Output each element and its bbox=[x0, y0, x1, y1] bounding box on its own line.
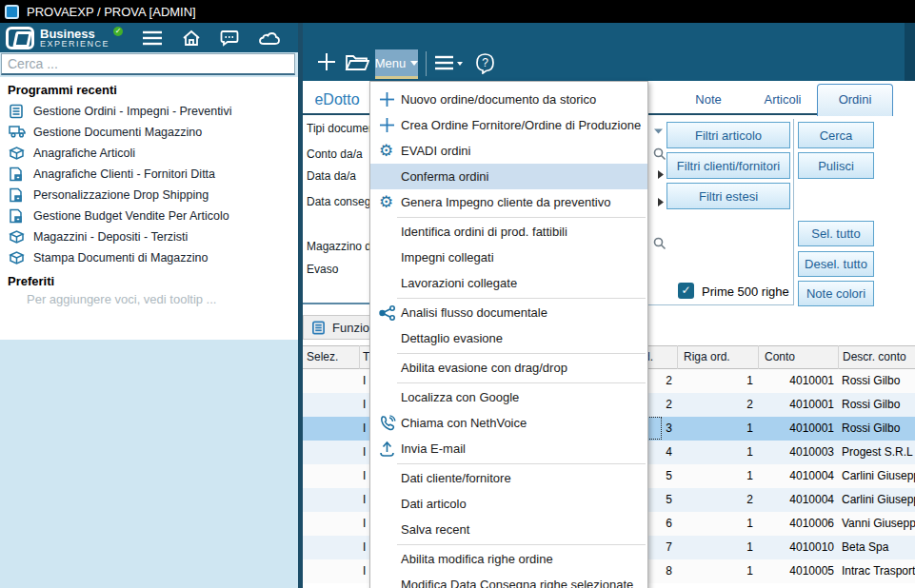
cell-tipo: I bbox=[363, 493, 366, 506]
cell-descr-conto: Carlini Giuseppe bbox=[842, 469, 915, 482]
menu-item-label: Crea Ordine Fornitore/Ordine di Produzio… bbox=[401, 118, 641, 132]
menu-item-label: Abilita evasione con drag/drop bbox=[401, 361, 567, 375]
menu-separator bbox=[397, 382, 646, 383]
cell-descr-conto: Carlini Giuseppe bbox=[842, 493, 915, 506]
label-magazzino-da: Magazzino da bbox=[307, 240, 373, 253]
arrow-right-icon[interactable] bbox=[657, 197, 665, 207]
tab-ordini[interactable]: Ordini bbox=[817, 84, 893, 116]
menu-item-dati-cliente[interactable]: Dati cliente/fornitore bbox=[370, 465, 647, 491]
chat-icon[interactable] bbox=[220, 29, 239, 47]
new-document-icon[interactable] bbox=[314, 49, 339, 74]
cell-descr-conto: Progest S.R.L bbox=[842, 445, 913, 459]
cell-conto: 4010003 bbox=[762, 445, 834, 459]
menu-item-impegni-collegati[interactable]: Impegni collegati bbox=[370, 245, 647, 270]
search-icon[interactable] bbox=[653, 237, 666, 250]
open-folder-icon[interactable] bbox=[345, 53, 369, 72]
col-header-descr-conto[interactable]: Descr. conto bbox=[843, 350, 906, 363]
cloud-icon[interactable] bbox=[258, 30, 281, 46]
menu-item-dettaglio-evasione[interactable]: Dettaglio evasione bbox=[370, 325, 647, 351]
prime-500-checkbox[interactable]: ✓ bbox=[678, 283, 694, 299]
favorites-header: Preferiti bbox=[0, 268, 298, 292]
doc-icon bbox=[9, 167, 26, 182]
menu-item-crea-ordine-fornitore[interactable]: Crea Ordine Fornitore/Ordine di Produzio… bbox=[370, 112, 647, 138]
menu-item-label: Localizza con Google bbox=[401, 390, 519, 404]
cell-conto: 4010006 bbox=[762, 517, 834, 530]
menu-item-modifica-data-consegna[interactable]: Modifica Data Consegna righe selezionate bbox=[370, 572, 647, 588]
sidebar-item-documenti-magazzino[interactable]: Gestione Documenti Magazzino bbox=[0, 122, 298, 143]
menu-item-label: Dati cliente/fornitore bbox=[401, 471, 511, 485]
menu-item-label: Dati articolo bbox=[401, 497, 467, 511]
home-icon[interactable] bbox=[182, 29, 201, 47]
panel-separator bbox=[648, 304, 793, 305]
menu-separator bbox=[397, 298, 646, 299]
hamburger-icon[interactable] bbox=[142, 30, 163, 46]
menu-item-dati-articolo[interactable]: Dati articolo bbox=[370, 491, 647, 517]
cell-tipo: I bbox=[363, 374, 366, 387]
cell-conto: 4010010 bbox=[762, 540, 834, 554]
cerca-button[interactable]: Cerca bbox=[798, 122, 874, 148]
menu-item-identifica-ordini[interactable]: Identifica ordini di prod. fattibili bbox=[370, 219, 647, 245]
menu-item-invia-email[interactable]: Invia E-mail bbox=[370, 436, 647, 461]
chevron-down-icon bbox=[410, 61, 418, 66]
sidebar-item-anagrafiche-clienti[interactable]: Anagrafiche Clienti - Fornitori Ditta bbox=[0, 164, 298, 185]
tab-edotto[interactable]: eDotto bbox=[307, 88, 368, 112]
menu-item-evadi-ordini[interactable]: ⚙ EVADI ordini bbox=[370, 138, 647, 164]
list-icon bbox=[311, 321, 326, 335]
menu-item-analisi-flusso[interactable]: Analisi flusso documentale bbox=[370, 300, 647, 325]
note-colori-button[interactable]: Note colori bbox=[798, 281, 874, 306]
sidebar-item-label: Personalizzazione Drop Shipping bbox=[33, 188, 209, 202]
sidebar-item-anagrafiche-articoli[interactable]: Anagrafiche Articoli bbox=[0, 143, 298, 164]
toolbar-separator bbox=[426, 51, 427, 76]
col-header-riga-ordine[interactable]: Riga ord. bbox=[684, 350, 730, 363]
sidebar-item-budget-vendite[interactable]: Gestione Budget Vendite Per Articolo bbox=[0, 206, 298, 226]
cell-tipo: I bbox=[363, 469, 366, 482]
filtri-clienti-fornitori-button[interactable]: Filtri clienti/fornitori bbox=[666, 152, 790, 179]
sel-tutto-button[interactable]: Sel. tutto bbox=[798, 221, 874, 246]
cell-conto: 4010004 bbox=[762, 469, 834, 482]
menu-item-localizza-google[interactable]: Localizza con Google bbox=[370, 384, 647, 410]
search-icon[interactable] bbox=[653, 147, 666, 161]
tab-articoli[interactable]: Articoli bbox=[750, 88, 815, 112]
desel-tutto-button[interactable]: Desel. tutto bbox=[798, 251, 874, 277]
chevron-down-icon[interactable] bbox=[653, 127, 664, 135]
sidebar-item-gestione-ordini[interactable]: Gestione Ordini - Impegni - Preventivi bbox=[0, 101, 298, 122]
cell-tipo: I bbox=[363, 445, 366, 459]
toolbar-edge bbox=[905, 23, 915, 81]
cell-riga-ordine: 1 bbox=[681, 445, 753, 459]
sidebar-item-drop-shipping[interactable]: Personalizzazione Drop Shipping bbox=[0, 185, 298, 206]
brand-logo-icon bbox=[6, 27, 34, 49]
menu-item-label: EVADI ordini bbox=[401, 144, 470, 158]
menu-item-nuovo-ordine[interactable]: Nuovo ordine/documento da storico bbox=[370, 87, 647, 112]
search-input[interactable] bbox=[1, 53, 295, 75]
menu-item-label: Abilita modifica righe ordine bbox=[401, 552, 553, 566]
status-online-icon: ✓ bbox=[113, 27, 123, 36]
arrow-right-icon[interactable] bbox=[657, 169, 665, 180]
col-header-conto[interactable]: Conto bbox=[765, 350, 795, 363]
menu-item-abilita-evasione[interactable]: Abilita evasione con drag/drop bbox=[370, 355, 647, 381]
menu-item-label: Lavorazioni collegate bbox=[401, 276, 517, 290]
cell-conto: 4010001 bbox=[762, 398, 834, 411]
tab-note[interactable]: Note bbox=[666, 88, 750, 112]
menu-item-salva-recent[interactable]: Salva recent bbox=[370, 517, 647, 542]
menu-item-conferma-ordini[interactable]: Conferma ordini bbox=[370, 164, 647, 189]
doc-icon bbox=[9, 208, 26, 224]
app-logo-icon bbox=[5, 5, 19, 19]
sidebar-item-label: Gestione Ordini - Impegni - Preventivi bbox=[33, 105, 231, 118]
svg-text:?: ? bbox=[482, 56, 488, 69]
sidebar-item-stampa-documenti[interactable]: Stampa Documenti di Magazzino bbox=[0, 247, 298, 268]
filtri-estesi-button[interactable]: Filtri estesi bbox=[666, 183, 790, 209]
brand-name-top: Business bbox=[40, 28, 109, 40]
col-header-selez[interactable]: Selez. bbox=[307, 350, 338, 363]
menu-item-lavorazioni-collegate[interactable]: Lavorazioni collegate bbox=[370, 270, 647, 296]
menu-item-genera-impegno[interactable]: ⚙ Genera Impegno cliente da preventivo bbox=[370, 189, 647, 215]
list-icon bbox=[9, 104, 26, 119]
menu-item-abilita-modifica-righe[interactable]: Abilita modifica righe ordine bbox=[370, 546, 647, 572]
recent-programs-header: Programmi recenti bbox=[0, 77, 298, 101]
list-options-icon[interactable] bbox=[434, 54, 463, 71]
menu-item-chiama-nethvoice[interactable]: Chiama con NethVoice bbox=[370, 410, 647, 436]
sidebar-item-magazzini-depositi[interactable]: Magazzini - Depositi - Terzisti bbox=[0, 226, 298, 247]
help-icon[interactable]: ? bbox=[474, 52, 496, 74]
menu-button[interactable]: Menu bbox=[375, 49, 418, 79]
pulisci-button[interactable]: Pulisci bbox=[798, 152, 874, 179]
filtri-articolo-button[interactable]: Filtri articolo bbox=[666, 122, 790, 148]
